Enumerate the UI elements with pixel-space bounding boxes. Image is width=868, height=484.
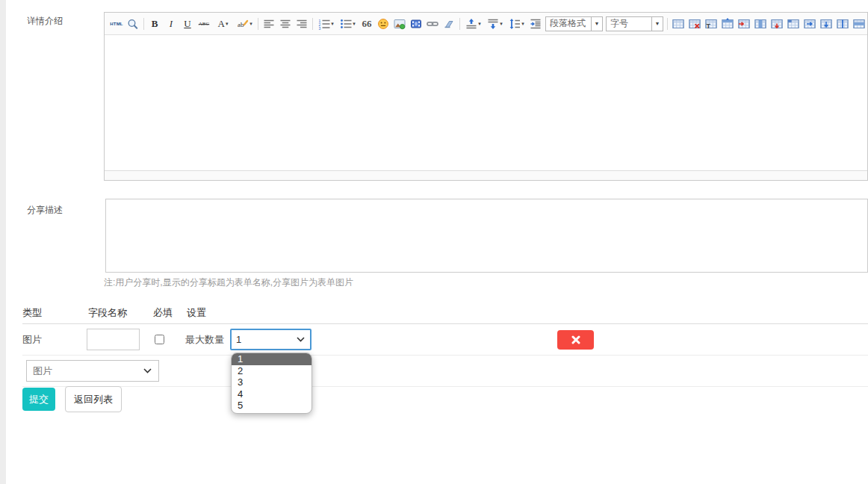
dropdown-option-1[interactable]: 1: [232, 353, 311, 365]
back-to-list-button[interactable]: 返回列表: [65, 386, 122, 412]
col-header-field-name: 字段名称: [88, 302, 127, 323]
detail-intro-label: 详情介绍: [27, 15, 63, 28]
chevron-down-icon: ▾: [226, 21, 229, 26]
dropdown-option-2[interactable]: 2: [232, 365, 311, 377]
font-color-icon[interactable]: A▾: [213, 16, 234, 32]
editor-statusbar: [105, 170, 867, 180]
chevron-down-icon: ▾: [500, 21, 503, 26]
paragraph-format-select-label: 段落格式: [546, 17, 591, 30]
field-type-select[interactable]: 图片: [26, 360, 159, 382]
field-type-selected-value: 图片: [33, 364, 52, 378]
editor-toolbar: HTMLBIUABCA▾ab▾123▾▾66▾▾▾段落格式▼字号▼T: [105, 13, 867, 35]
page-left-gutter: [0, 0, 6, 484]
share-note: 注:用户分享时,显示的分享标题为表单名称,分享图片为表单图片: [104, 276, 353, 289]
toolbar-separator: [459, 18, 460, 30]
fields-table: 类型 字段名称 必填 设置 图片 最大数量 1 图片: [22, 302, 868, 387]
font-size-select[interactable]: 字号▼: [606, 16, 663, 31]
svg-text:ab: ab: [238, 21, 244, 28]
chevron-down-icon: [143, 368, 152, 373]
table-insert-icon[interactable]: [671, 16, 686, 32]
table-merge-down-icon[interactable]: [819, 16, 834, 32]
highlight-color-icon[interactable]: ab▾: [235, 16, 255, 32]
chevron-down-icon: ▼: [651, 17, 663, 31]
x-icon: [571, 335, 580, 344]
table-merge-right-icon[interactable]: [802, 16, 818, 32]
col-header-settings: 设置: [187, 302, 206, 323]
table-cell-properties-icon[interactable]: [786, 16, 802, 32]
table-delete-icon[interactable]: [687, 16, 703, 32]
fields-table-header: 类型 字段名称 必填 设置: [22, 302, 868, 324]
delete-field-button[interactable]: [557, 330, 594, 350]
chevron-down-icon: ▾: [249, 21, 252, 26]
rich-text-editor: HTMLBIUABCA▾ab▾123▾▾66▾▾▾段落格式▼字号▼T: [104, 12, 868, 181]
share-desc-label: 分享描述: [27, 204, 63, 217]
table-properties-icon[interactable]: T: [704, 16, 719, 32]
margin-bottom-icon[interactable]: ▾: [485, 16, 506, 32]
required-checkbox[interactable]: [155, 335, 164, 344]
blockquote-icon[interactable]: 66: [359, 16, 375, 32]
emoticon-icon[interactable]: [376, 16, 391, 32]
table-split-cells-icon[interactable]: [835, 16, 851, 32]
max-count-select[interactable]: 1: [230, 329, 311, 350]
toolbar-separator: [312, 18, 313, 30]
dropdown-option-4[interactable]: 4: [232, 388, 311, 400]
align-center-icon[interactable]: [278, 16, 294, 32]
underline-icon[interactable]: U: [180, 16, 196, 32]
chevron-down-icon: ▾: [331, 21, 334, 26]
col-header-type: 类型: [22, 302, 42, 323]
toolbar-separator: [667, 18, 668, 30]
add-field-row: 图片: [22, 356, 868, 387]
share-desc-textarea[interactable]: [105, 199, 868, 273]
table-row-properties-icon[interactable]: [720, 16, 736, 32]
align-left-icon[interactable]: [261, 16, 277, 32]
html-source-icon[interactable]: HTML: [109, 16, 125, 32]
insert-image-icon[interactable]: [392, 16, 408, 32]
field-row-image: 图片 最大数量 1: [22, 324, 868, 356]
chevron-down-icon: ▾: [353, 21, 356, 26]
bold-icon[interactable]: B: [147, 16, 163, 32]
max-count-label: 最大数量: [185, 324, 224, 355]
paragraph-format-select[interactable]: 段落格式▼: [545, 16, 603, 31]
line-height-icon[interactable]: ▾: [506, 16, 527, 32]
chevron-down-icon: ▾: [478, 21, 481, 26]
font-size-select-label: 字号: [607, 17, 651, 30]
dropdown-option-3[interactable]: 3: [232, 376, 311, 388]
submit-button[interactable]: 提交: [22, 388, 55, 411]
margin-top-icon[interactable]: ▾: [463, 16, 484, 32]
text-indent-icon[interactable]: [528, 16, 544, 32]
dropdown-option-5[interactable]: 5: [232, 400, 311, 412]
preview-icon[interactable]: [125, 16, 141, 32]
table-row-stripes-icon[interactable]: [852, 16, 867, 32]
chevron-down-icon: [297, 337, 305, 342]
svg-text:3: 3: [319, 25, 321, 30]
align-right-icon[interactable]: [294, 16, 310, 32]
editor-content-area[interactable]: [105, 35, 867, 170]
table-insert-column-icon[interactable]: [753, 16, 769, 32]
insert-link-icon[interactable]: [425, 16, 441, 32]
col-header-required: 必填: [153, 302, 173, 323]
field-type-label: 图片: [22, 324, 42, 355]
field-name-input[interactable]: [87, 329, 140, 350]
chevron-down-icon: ▼: [591, 17, 602, 31]
insert-media-icon[interactable]: [409, 16, 424, 32]
strikethrough-icon[interactable]: ABC: [196, 16, 212, 32]
remove-format-icon[interactable]: [441, 16, 457, 32]
max-count-dropdown: 12345: [231, 353, 312, 414]
svg-text:T: T: [707, 22, 711, 30]
ordered-list-icon[interactable]: 123▾: [316, 16, 337, 32]
table-insert-row-icon[interactable]: [737, 16, 752, 32]
chevron-down-icon: ▾: [521, 21, 524, 26]
toolbar-separator: [258, 18, 258, 30]
toolbar-separator: [143, 18, 144, 30]
table-delete-column-icon[interactable]: [769, 16, 785, 32]
italic-icon[interactable]: I: [164, 16, 179, 32]
unordered-list-icon[interactable]: ▾: [338, 16, 359, 32]
max-count-selected-value: 1: [236, 334, 241, 345]
